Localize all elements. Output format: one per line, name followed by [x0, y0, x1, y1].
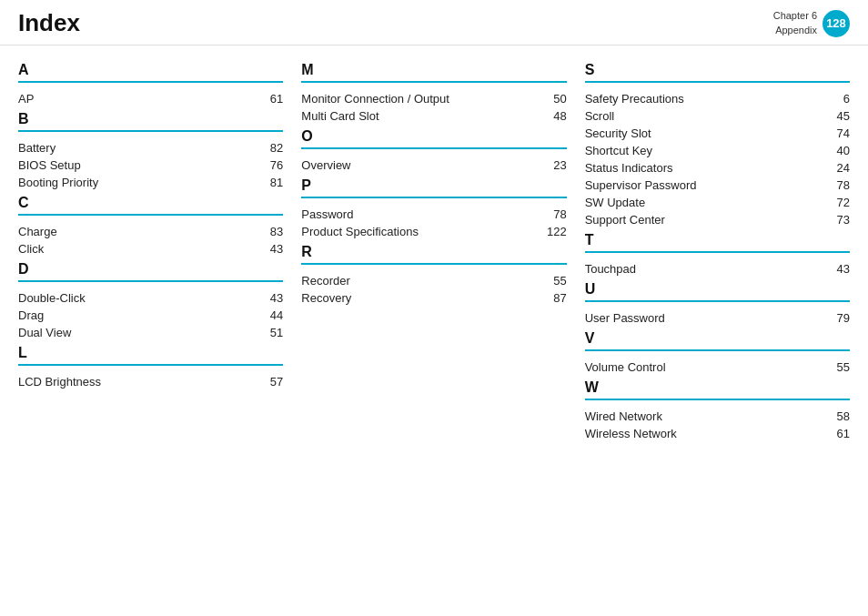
section-letter-B: B: [18, 111, 283, 132]
section-letter-R: R: [301, 244, 566, 265]
page-badge: 128: [823, 10, 850, 37]
index-entry: SW Update72: [585, 194, 850, 211]
entry-label: Security Slot: [585, 126, 651, 140]
entry-page: 78: [824, 178, 850, 192]
section-letter-U: U: [585, 281, 850, 302]
section-R: RRecorder55Recovery87: [301, 244, 566, 307]
section-letter-S: S: [585, 62, 850, 83]
index-entry: Click43: [18, 240, 283, 258]
entry-page: 83: [257, 225, 283, 238]
index-entry: Support Center73: [585, 211, 850, 228]
entry-page: 122: [541, 225, 567, 238]
index-entry: Overview23: [301, 157, 566, 174]
section-letter-T: T: [585, 232, 850, 253]
index-entry: Safety Precautions6: [585, 90, 850, 107]
entry-page: 72: [824, 196, 850, 209]
entry-page: 73: [824, 213, 850, 227]
entry-page: 51: [257, 326, 283, 339]
entry-page: 79: [824, 311, 850, 325]
section-letter-A: A: [18, 62, 283, 83]
entry-page: 55: [824, 360, 850, 374]
entry-label: Overview: [301, 158, 350, 172]
section-letter-C: C: [18, 195, 283, 216]
section-U: UUser Password79: [585, 281, 850, 327]
index-entry: Wired Network58: [585, 408, 850, 425]
entry-page: 78: [541, 207, 567, 221]
section-D: DDouble-Click43Drag44Dual View51: [18, 261, 283, 341]
index-entry: Recorder55: [301, 272, 566, 289]
section-letter-O: O: [301, 128, 566, 149]
entry-label: Monitor Connection / Output: [301, 92, 449, 106]
section-W: WWired Network58Wireless Network61: [585, 379, 850, 442]
section-letter-W: W: [585, 379, 850, 400]
index-entry: Status Indicators24: [585, 159, 850, 177]
index-entry: Monitor Connection / Output50: [301, 90, 566, 107]
entry-page: 48: [541, 109, 567, 123]
entry-label: Recorder: [301, 274, 349, 288]
entry-label: Volume Control: [585, 360, 666, 374]
page-header: Index Chapter 6 Appendix 128: [0, 0, 868, 45]
chapter-label: Chapter 6 Appendix: [773, 9, 817, 37]
section-S: SSafety Precautions6Scroll45Security Slo…: [585, 62, 850, 228]
header-right: Chapter 6 Appendix 128: [773, 9, 850, 37]
entry-page: 58: [824, 409, 850, 423]
entry-label: Click: [18, 242, 44, 256]
entry-label: Touchpad: [585, 262, 636, 276]
index-entry: Double-Click43: [18, 289, 283, 307]
entry-page: 87: [541, 291, 567, 305]
entry-page: 40: [824, 144, 850, 157]
entry-label: SW Update: [585, 196, 645, 209]
index-entry: Security Slot74: [585, 125, 850, 142]
entry-page: 50: [541, 92, 567, 106]
entry-page: 61: [824, 427, 850, 440]
section-letter-M: M: [301, 62, 566, 83]
entry-label: Drag: [18, 308, 44, 322]
section-letter-P: P: [301, 177, 566, 198]
column-3: SSafety Precautions6Scroll45Security Slo…: [585, 62, 850, 446]
entry-label: Wired Network: [585, 409, 662, 423]
section-A: AAP61: [18, 62, 283, 107]
column-1: AAP61BBattery82BIOS Setup76Booting Prior…: [18, 62, 301, 446]
index-entry: User Password79: [585, 309, 850, 327]
entry-page: 81: [257, 176, 283, 189]
entry-label: Dual View: [18, 326, 71, 339]
section-letter-L: L: [18, 345, 283, 366]
entry-label: Wireless Network: [585, 427, 677, 440]
entry-page: 82: [257, 141, 283, 155]
entry-label: Product Specifications: [301, 225, 419, 238]
index-entry: AP61: [18, 90, 283, 107]
section-letter-D: D: [18, 261, 283, 282]
index-entry: Password78: [301, 206, 566, 223]
section-V: VVolume Control55: [585, 330, 850, 376]
index-content: AAP61BBattery82BIOS Setup76Booting Prior…: [0, 45, 868, 462]
entry-page: 43: [257, 291, 283, 305]
index-entry: Dual View51: [18, 324, 283, 341]
entry-page: 23: [541, 158, 567, 172]
entry-label: Booting Priority: [18, 176, 98, 189]
index-entry: Touchpad43: [585, 260, 850, 278]
entry-label: Charge: [18, 225, 57, 238]
index-entry: Booting Priority81: [18, 174, 283, 191]
entry-label: Battery: [18, 141, 56, 155]
index-entry: Multi Card Slot48: [301, 107, 566, 125]
entry-label: AP: [18, 92, 34, 106]
entry-label: Support Center: [585, 213, 665, 227]
index-entry: Drag44: [18, 307, 283, 324]
index-entry: Battery82: [18, 139, 283, 157]
section-L: LLCD Brightness57: [18, 345, 283, 390]
entry-page: 76: [257, 158, 283, 172]
entry-label: Double-Click: [18, 291, 86, 305]
entry-page: 55: [541, 274, 567, 288]
index-entry: Product Specifications122: [301, 223, 566, 240]
index-entry: LCD Brightness57: [18, 373, 283, 390]
entry-page: 74: [824, 126, 850, 140]
index-entry: BIOS Setup76: [18, 157, 283, 174]
entry-page: 57: [257, 375, 283, 389]
section-letter-V: V: [585, 330, 850, 351]
index-entry: Supervisor Password78: [585, 177, 850, 194]
entry-label: Multi Card Slot: [301, 109, 378, 123]
entry-label: Scroll: [585, 109, 615, 123]
index-entry: Recovery87: [301, 289, 566, 307]
entry-label: Supervisor Password: [585, 178, 697, 192]
entry-label: Safety Precautions: [585, 92, 684, 106]
